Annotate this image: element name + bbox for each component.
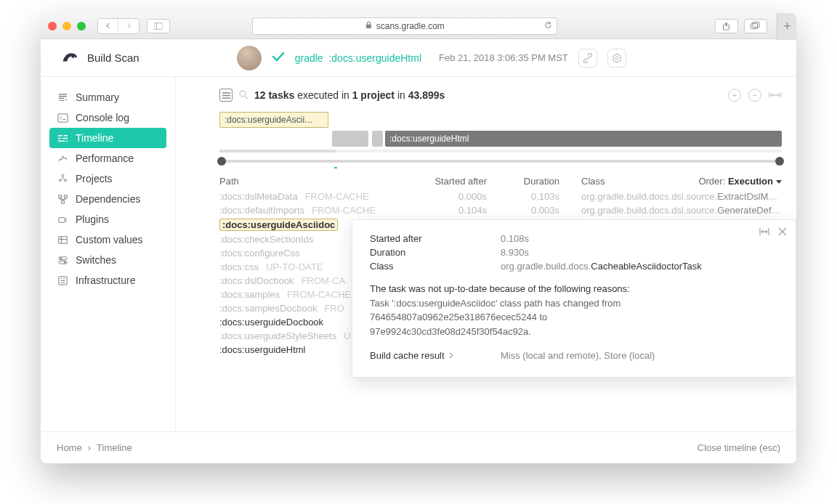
list-view-icon[interactable]: [219, 89, 232, 102]
svg-rect-16: [58, 217, 64, 222]
console-icon: [57, 113, 68, 123]
dependencies-icon: [57, 194, 68, 205]
settings-hex-icon[interactable]: [607, 49, 626, 68]
svg-rect-14: [64, 195, 67, 198]
detail-class-value: org.gradle.build.docs.CacheableAsciidoct…: [501, 261, 702, 272]
detail-cache-value: Miss (local and remote), Store (local): [501, 350, 655, 361]
forward-button[interactable]: [118, 19, 139, 33]
col-class[interactable]: Class: [559, 176, 625, 187]
address-text: scans.gradle.com: [376, 21, 445, 31]
detail-class-label: Class: [370, 261, 501, 272]
browser-titlebar: scans.gradle.com +: [41, 13, 796, 39]
col-duration[interactable]: Duration: [487, 176, 559, 187]
zoom-out-button[interactable]: −: [748, 89, 761, 102]
table-row[interactable]: :docs:defaultImportsFROM-CACHE0.104s0.00…: [219, 203, 782, 217]
sidebar-item-console[interactable]: Console log: [49, 107, 166, 128]
svg-rect-2: [366, 24, 371, 28]
sidebar-label: Performance: [76, 153, 134, 164]
sidebar-item-performance[interactable]: Performance: [49, 148, 166, 168]
detail-duration-label: Duration: [370, 247, 501, 258]
col-order[interactable]: Order: Execution: [625, 176, 782, 187]
infrastructure-icon: [57, 275, 68, 286]
svg-point-7: [615, 57, 618, 60]
footer: Home › Timeline Close timeline (esc): [41, 431, 796, 463]
gantt-area[interactable]: :docs:userguideAscii… :docs:userguideHtm…: [219, 112, 782, 163]
sidebar-item-switches[interactable]: Switches: [49, 250, 166, 270]
address-bar[interactable]: scans.gradle.com: [252, 17, 557, 35]
projects-icon: [57, 174, 68, 184]
app-logo[interactable]: Build Scan: [61, 49, 140, 66]
svg-rect-5: [753, 23, 759, 28]
svg-rect-0: [154, 23, 163, 29]
gantt-chip-selected[interactable]: :docs:userguideAscii…: [219, 112, 328, 128]
col-started[interactable]: Started after: [414, 176, 487, 187]
breadcrumb: Home › Timeline: [57, 442, 132, 453]
share-button[interactable]: [715, 19, 738, 33]
svg-rect-9: [57, 113, 67, 121]
breadcrumb-section[interactable]: Timeline: [97, 442, 132, 453]
link-icon[interactable]: [578, 49, 597, 68]
sidebar-item-projects[interactable]: Projects: [49, 168, 166, 189]
app-title: Build Scan: [87, 52, 140, 64]
table-row[interactable]: :docs:dslMetaDataFROM-CACHE0.000s0.103so…: [219, 190, 782, 203]
reload-icon[interactable]: [544, 21, 552, 31]
switches-icon: [57, 255, 68, 266]
zoom-in-button[interactable]: +: [728, 89, 741, 102]
gantt-chip[interactable]: [332, 131, 368, 147]
chevron-right-icon: [449, 352, 454, 359]
detail-cache-label[interactable]: Build cache result: [370, 350, 501, 361]
summary-text: 12 tasks executed in 1 project in 43.899…: [254, 89, 445, 101]
sidebar: Summary Console log Timeline Performance…: [41, 77, 176, 431]
search-icon[interactable]: [238, 89, 248, 102]
breadcrumb-home[interactable]: Home: [57, 442, 82, 453]
gantt-chip-current[interactable]: :docs:userguideHtml: [385, 131, 782, 147]
performance-icon: [57, 153, 68, 164]
sidebar-item-timeline[interactable]: Timeline: [49, 128, 166, 148]
svg-rect-4: [751, 24, 758, 29]
build-name[interactable]: gradle :docs:userguideHtml: [295, 52, 421, 64]
window-controls: [48, 22, 86, 31]
sidebar-label: Summary: [76, 92, 119, 103]
close-timeline-link[interactable]: Close timeline (esc): [698, 442, 780, 453]
sidebar-item-custom-values[interactable]: Custom values: [49, 229, 166, 250]
nav-buttons: [97, 18, 140, 34]
tabs-button[interactable]: [744, 19, 767, 33]
sidebar-toggle-button[interactable]: [147, 19, 170, 33]
sidebar-label: Custom values: [76, 234, 143, 245]
col-path[interactable]: Path: [219, 176, 414, 187]
fit-width-icon[interactable]: [769, 89, 782, 102]
sidebar-label: Projects: [76, 173, 113, 184]
breadcrumb-sep: ›: [88, 442, 91, 453]
detail-reason: The task was not up-to-date because of t…: [370, 282, 690, 338]
task-details-panel: Started after 0.108s Duration 8.930s Cla…: [352, 219, 796, 378]
back-button[interactable]: [98, 19, 118, 33]
svg-point-10: [62, 174, 64, 176]
svg-rect-13: [58, 195, 61, 198]
main-panel: 12 tasks executed in 1 project in 43.899…: [176, 77, 796, 431]
minimize-window-button[interactable]: [62, 22, 71, 31]
sidebar-label: Infrastructure: [76, 275, 135, 286]
custom-values-icon: [57, 235, 68, 245]
sidebar-item-plugins[interactable]: Plugins: [49, 209, 166, 229]
sidebar-label: Plugins: [76, 214, 109, 225]
svg-point-23: [240, 91, 246, 97]
timeline-axis[interactable]: [219, 160, 782, 163]
svg-rect-17: [58, 236, 66, 243]
gradle-icon: [61, 49, 80, 66]
close-window-button[interactable]: [48, 22, 57, 31]
sidebar-item-infrastructure[interactable]: Infrastructure: [49, 270, 166, 290]
svg-point-19: [60, 257, 61, 259]
avatar[interactable]: [237, 46, 262, 70]
timeline-tools: + −: [728, 89, 782, 102]
detail-started-label: Started after: [370, 233, 501, 244]
zoom-window-button[interactable]: [77, 22, 86, 31]
gantt-chip[interactable]: [372, 131, 383, 147]
sidebar-item-summary[interactable]: Summary: [49, 87, 166, 107]
success-check-icon: [272, 50, 285, 65]
detail-started-value: 0.108s: [501, 233, 529, 244]
collapse-icon[interactable]: [759, 227, 769, 238]
close-icon[interactable]: [778, 227, 787, 238]
build-timestamp: Feb 21, 2018 3:06:35 PM MST: [439, 52, 568, 63]
new-tab-button[interactable]: +: [777, 13, 796, 40]
sidebar-item-dependencies[interactable]: Dependencies: [49, 189, 166, 209]
